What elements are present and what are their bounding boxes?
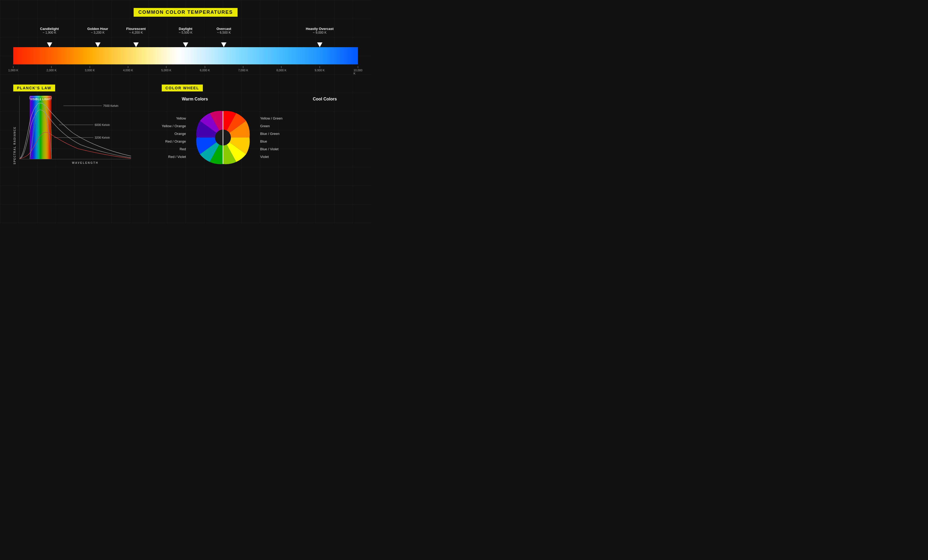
tick-3000k [90,66,90,68]
triangle-heavily-overcast [317,43,322,47]
color-wheel-svg [191,106,255,169]
temp-labels: Candlelight ~ 1,900 K Golden Hour ~ 3,20… [13,27,358,41]
triangle-daylight [183,43,188,47]
label-flourescent: Flourescent ~ 4,200 K [126,27,146,35]
tick-10000k [358,66,358,68]
planck-curves-svg: 7500 Kelvin 6000 Kelvin 3200 Kelvin [20,96,131,159]
curve-7500k [20,103,131,159]
triangle-overcast [221,43,226,47]
label-candlelight: Candlelight ~ 1,900 K [40,27,59,35]
warm-red: Red [180,147,186,151]
scale-6000k: 6,000 K [200,68,210,72]
scale-9000k: 9,000 K [315,68,325,72]
bottom-section: PLANCK'S LAW SPECTRAL RADIANCE VISIBLE L… [13,85,358,169]
color-wheel-section: COLOR WHEEL Warm Colors Cool Colors Yell… [162,85,358,169]
warm-labels: Yellow Yellow / Orange Orange Red / Oran… [162,116,186,159]
page-container: COMMON COLOR TEMPERATURES Candlelight ~ … [0,0,371,177]
color-temperature-bar [13,47,358,64]
tick-1000k [13,66,14,68]
label-golden-hour: Golden Hour ~ 3,200 K [87,27,108,35]
warm-yellow: Yellow [176,116,186,120]
curve-3200k [20,132,131,159]
color-wheel-container: Yellow Yellow / Orange Orange Red / Oran… [162,106,358,169]
scale-5000k: 5,000 K [161,68,171,72]
color-wheel-wrap [191,106,255,169]
scale-1000k: 1,000 K [8,68,18,72]
tick-9000k [319,66,320,68]
scale-3000k: 3,000 K [85,68,95,72]
tick-4000k [128,66,128,68]
top-section: COMMON COLOR TEMPERATURES Candlelight ~ … [13,8,358,77]
tick-5000k [166,66,166,68]
tick-6000k [205,66,205,68]
cool-blue: Blue [260,139,267,143]
warm-colors-header: Warm Colors [162,97,228,102]
cool-green: Green [260,124,270,128]
plancks-badge: PLANCK'S LAW [13,85,55,91]
label-daylight: Daylight ~ 5,500 K [179,27,192,35]
scale-labels: 1,000 K 2,000 K 3,000 K 4,000 K 5,000 K … [13,66,358,77]
curve-6000k-label: 6000 Kelvin [95,123,110,126]
label-heavily-overcast: Heavily Overcast ~ 9,000 K [306,27,334,35]
main-title: COMMON COLOR TEMPERATURES [134,8,238,17]
curve-3200k-label: 3200 Kelvin [95,136,110,139]
color-wheel-badge: COLOR WHEEL [162,85,203,91]
tick-8000k [281,66,282,68]
triangles-row [13,43,358,47]
warm-red-orange: Red / Orange [165,139,186,143]
warm-orange: Orange [174,132,186,136]
scale-4000k: 4,000 K [123,68,133,72]
plancks-section: PLANCK'S LAW SPECTRAL RADIANCE VISIBLE L… [13,85,151,169]
triangle-golden-hour [95,43,101,47]
scale-7000k: 7,000 K [238,68,248,72]
label-overcast: Overcast ~ 6,500 K [216,27,231,35]
triangle-flourescent [133,43,139,47]
cool-labels: Yellow / Green Green Blue / Green Blue B… [260,116,282,159]
planck-chart: VISIBLE LIGHT [19,96,131,159]
y-axis-label: SPECTRAL RADIANCE [13,126,16,164]
planck-chart-wrap: SPECTRAL RADIANCE VISIBLE LIGHT [13,96,151,164]
scale-2000k: 2,000 K [46,68,56,72]
cool-blue-green: Blue / Green [260,132,279,136]
warm-red-violet: Red / Violet [168,155,186,159]
cool-blue-violet: Blue / Violet [260,147,278,151]
cool-yellow-green: Yellow / Green [260,116,282,120]
warm-yellow-orange: Yellow / Orange [162,124,186,128]
curve-7500k-label: 7500 Kelvin [103,104,119,107]
cool-colors-header: Cool Colors [292,97,358,102]
triangle-candlelight [47,43,52,47]
cool-violet: Violet [260,155,269,159]
x-axis-label: WAVELENGTH [19,161,151,164]
scale-8000k: 8,000 K [276,68,286,72]
scale-10000k: 10,000 K [353,68,362,75]
